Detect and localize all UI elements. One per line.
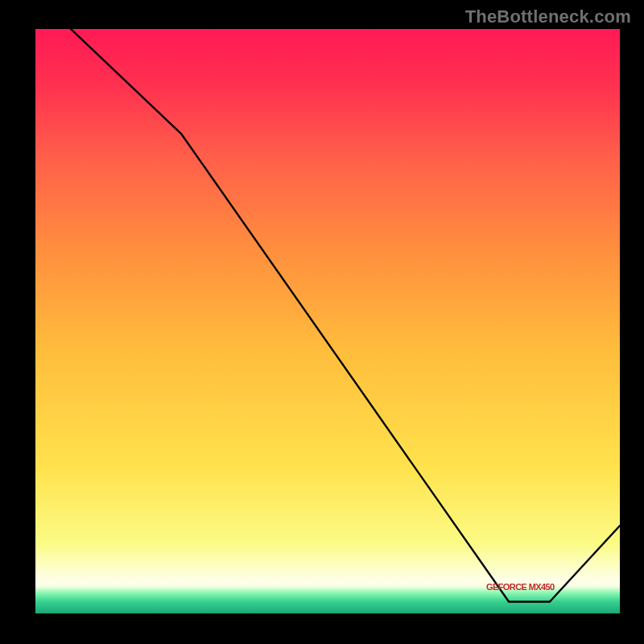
bottleneck-curve xyxy=(64,29,620,601)
annotation-geforce: GEFORCE MX450 xyxy=(486,582,555,592)
line-plot-svg xyxy=(35,29,620,613)
chart-frame: TheBottleneck.com GEFORCE MX450 xyxy=(0,0,644,644)
watermark-text: TheBottleneck.com xyxy=(465,6,631,27)
plot-area: GEFORCE MX450 xyxy=(35,29,620,613)
